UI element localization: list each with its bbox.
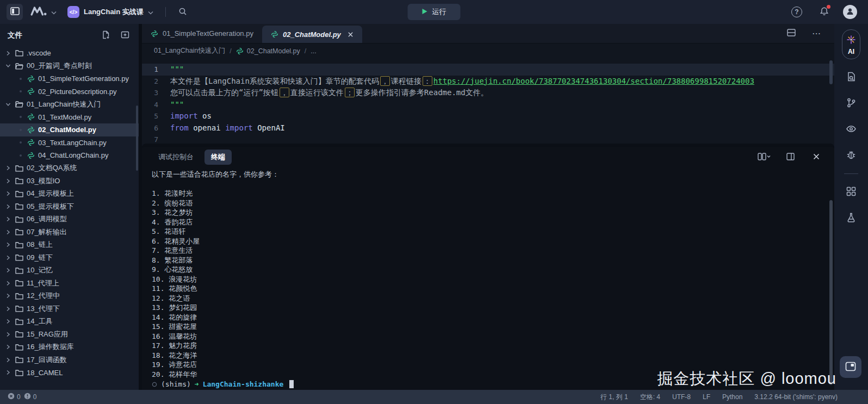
close-panel-button[interactable] [808, 149, 824, 165]
toggle-sidebar-button[interactable] [7, 4, 23, 20]
python-file-icon [27, 113, 35, 121]
terminal[interactable]: 以下是一些适合花店的名字，供你参考： 1. 花漾时光2. 缤纷花语3. 花之梦坊… [142, 167, 834, 390]
status-item[interactable]: 3.12.2 64-bit ('shims': pyenv) [754, 393, 838, 401]
explorer-title: 文件 [8, 30, 22, 40]
code-line-4[interactable]: 4""" [142, 99, 834, 111]
notifications-button[interactable] [816, 4, 832, 20]
code-line-3[interactable]: 3您可以点击最上方的“运行”按钮，直接运行该文件；更多操作指引请参考Readme… [142, 87, 834, 99]
split-editor-button[interactable] [783, 26, 799, 42]
code-line-1[interactable]: 1""" [142, 64, 834, 76]
python-file-icon [236, 47, 244, 55]
tree-folder-07_解析输出[interactable]: 07_解析输出 [0, 226, 139, 239]
tree-folder-03_模型IO[interactable]: 03_模型IO [0, 175, 139, 188]
help-button[interactable]: ? [789, 4, 805, 20]
tree-folder-16_操作数据库[interactable]: 16_操作数据库 [0, 341, 139, 354]
ai-assistant-button[interactable]: AI [842, 29, 860, 59]
tree-folder-17_回调函数[interactable]: 17_回调函数 [0, 353, 139, 366]
tree-folder-13_代理下[interactable]: 13_代理下 [0, 302, 139, 315]
editor-scrollbar[interactable] [829, 60, 833, 84]
split-terminal-button[interactable] [756, 149, 772, 165]
indent-dot [17, 141, 24, 144]
tree-folder-18_CAMEL[interactable]: 18_CAMEL [0, 366, 139, 380]
code-line-2[interactable]: 2本文件是【LangChain系统安装和快速入门】章节的配套代码，课程链接：ht… [142, 76, 834, 88]
tree-folder-02_文档QA系统[interactable]: 02_文档QA系统 [0, 162, 139, 175]
tree-folder-05_提示模板下[interactable]: 05_提示模板下 [0, 200, 139, 213]
status-problems[interactable]: 0 0 [8, 393, 36, 401]
more-actions-button[interactable]: ⋯ [808, 26, 824, 42]
tree-file-04_ChatLongChain.py[interactable]: 04_ChatLongChain.py [0, 149, 139, 162]
status-item[interactable]: 行 1, 列 1 [600, 393, 628, 402]
tree-file-02_PictureDescription.py[interactable]: 02_PictureDescription.py [0, 85, 139, 98]
code-token: """ [170, 100, 184, 109]
app-logo-menu[interactable] [28, 5, 59, 18]
topbar: </> LangChain 实战课 运行 [0, 0, 868, 24]
folder-icon [15, 101, 23, 108]
tree-file-01_SimpleTextGeneration.py[interactable]: 01_SimpleTextGeneration.py [0, 72, 139, 85]
panel-tab-终端[interactable]: 终端 [204, 150, 232, 165]
python-file-icon [27, 126, 35, 134]
status-item[interactable]: Python [722, 393, 742, 401]
new-file-button[interactable] [100, 29, 111, 41]
code-line-6[interactable]: 6from openai import OpenAI [142, 122, 834, 134]
tree-folder-08_链上[interactable]: 08_链上 [0, 239, 139, 252]
tree-folder-06_调用模型[interactable]: 06_调用模型 [0, 213, 139, 226]
breadcrumb-segment[interactable]: ... [311, 47, 316, 55]
line-number: 4 [142, 99, 170, 111]
tree-item-label: 05_提示模板下 [27, 202, 74, 212]
status-item[interactable]: 空格: 4 [640, 393, 660, 402]
tree-folder-14_工具[interactable]: 14_工具 [0, 315, 139, 328]
tree-file-02_ChatModel.py[interactable]: 02_ChatModel.py [0, 123, 139, 136]
code-line-7[interactable]: 7 [142, 134, 834, 144]
tree-folder-10_记忆[interactable]: 10_记忆 [0, 264, 139, 277]
run-button[interactable]: 运行 [408, 4, 461, 20]
main-area: 文件 .vscode00_开篇词_奇点时刻01_SimpleTextGenera… [0, 24, 868, 390]
search-button[interactable] [175, 4, 191, 20]
debug-button[interactable] [843, 147, 859, 164]
tree-folder-01_LangChain快速入门[interactable]: 01_LangChain快速入门 [0, 98, 139, 111]
status-item[interactable]: UTF-8 [672, 393, 691, 401]
panel-tab-调试控制台[interactable]: 调试控制台 [152, 150, 200, 165]
breadcrumb-label: 02_ChatModel.py [247, 47, 300, 55]
tree-folder-11_代理上[interactable]: 11_代理上 [0, 277, 139, 290]
editor-tab-02_ChatModel.py[interactable]: 02_ChatModel.py [262, 26, 362, 43]
terminal-scrollbar[interactable] [829, 200, 833, 385]
play-icon [422, 8, 428, 16]
run-label: 运行 [432, 7, 447, 17]
chevron-right-icon [5, 255, 12, 260]
editor-tab-01_SimpleTextGeneration.py[interactable]: 01_SimpleTextGeneration.py [142, 24, 262, 43]
terminal-line: 3. 花之梦坊 [152, 208, 824, 217]
breadcrumb-segment[interactable]: 02_ChatModel.py [236, 47, 300, 55]
tree-file-03_TextLangChain.py[interactable]: 03_TextLangChain.py [0, 136, 139, 150]
status-item[interactable]: LF [703, 393, 710, 401]
preview-button[interactable] [843, 121, 859, 138]
code-token: ， [280, 88, 289, 97]
tree-folder-12_代理中[interactable]: 12_代理中 [0, 290, 139, 303]
tree-folder-.vscode[interactable]: .vscode [0, 47, 139, 60]
tree-folder-15_RAG应用[interactable]: 15_RAG应用 [0, 328, 139, 341]
code-line-5[interactable]: 5import os [142, 110, 834, 122]
tree-folder-04_提示模板上[interactable]: 04_提示模板上 [0, 188, 139, 201]
folder-icon [15, 356, 23, 363]
code-editor[interactable]: 1"""2本文件是【LangChain系统安装和快速入门】章节的配套代码，课程链… [142, 58, 834, 144]
code-token: https://juejin.cn/book/73877023474361303… [433, 77, 754, 85]
tree-item-label: 12_代理中 [27, 291, 60, 301]
test-button[interactable] [843, 210, 859, 226]
tree-folder-09_链下[interactable]: 09_链下 [0, 251, 139, 264]
source-control-button[interactable] [843, 95, 859, 111]
new-folder-button[interactable] [119, 29, 131, 41]
file-search-button[interactable] [843, 69, 859, 85]
extensions-button[interactable] [843, 184, 859, 200]
user-avatar[interactable] [843, 5, 857, 19]
terminal-line: 16. 温馨花坊 [152, 332, 824, 341]
breadcrumb-segment[interactable]: 01_LangChain快速入门 [154, 46, 225, 55]
layout-toggle-button[interactable] [840, 356, 861, 378]
tree-folder-00_开篇词_奇点时刻[interactable]: 00_开篇词_奇点时刻 [0, 60, 139, 73]
code-token: 直接运行该文件 [290, 88, 344, 97]
explorer-scrollbar[interactable] [136, 105, 138, 171]
close-tab-button[interactable] [348, 32, 354, 38]
panel-layout-icon [786, 153, 795, 162]
project-selector[interactable]: </> LangChain 实战课 [64, 4, 157, 20]
panel-layout-button[interactable] [782, 149, 798, 165]
tree-item-label: 03_模型IO [27, 176, 60, 186]
tree-file-01_TextModel.py[interactable]: 01_TextModel.py [0, 111, 139, 124]
